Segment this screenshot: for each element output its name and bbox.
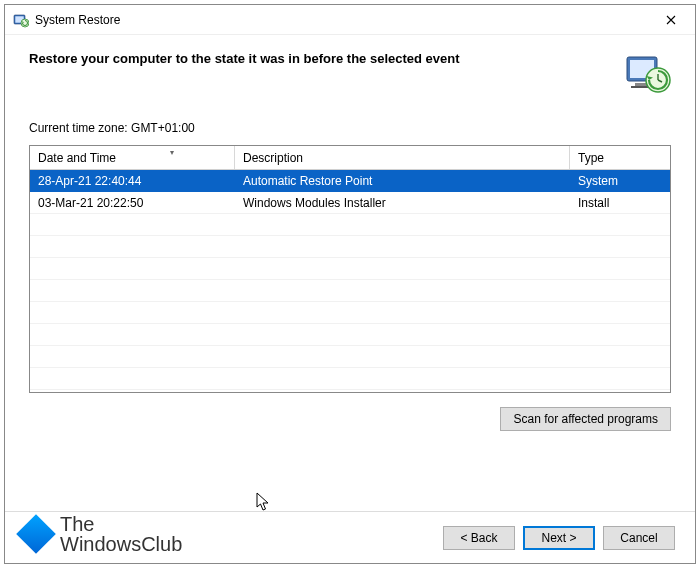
wizard-content: Current time zone: GMT+01:00 Date and Ti… bbox=[29, 111, 671, 511]
cell-description: Windows Modules Installer bbox=[235, 196, 570, 210]
column-date-label: Date and Time bbox=[38, 151, 116, 165]
wizard-header: Restore your computer to the state it wa… bbox=[5, 35, 695, 105]
cell-date: 03-Mar-21 20:22:50 bbox=[30, 196, 235, 210]
brand-text: The WindowsClub bbox=[60, 514, 182, 554]
column-desc-label: Description bbox=[243, 151, 303, 165]
wizard-heading: Restore your computer to the state it wa… bbox=[29, 49, 611, 66]
column-type-label: Type bbox=[578, 151, 604, 165]
brand-line2: WindowsClub bbox=[60, 534, 182, 554]
cell-type: Install bbox=[570, 196, 670, 210]
sort-indicator-icon: ▾ bbox=[170, 148, 174, 157]
column-type[interactable]: Type bbox=[570, 146, 670, 169]
table-row[interactable]: 28-Apr-21 22:40:44Automatic Restore Poin… bbox=[30, 170, 670, 192]
cell-description: Automatic Restore Point bbox=[235, 174, 570, 188]
brand-logo-icon bbox=[16, 514, 56, 554]
next-button[interactable]: Next > bbox=[523, 526, 595, 550]
cancel-button[interactable]: Cancel bbox=[603, 526, 675, 550]
system-restore-icon bbox=[13, 12, 29, 28]
brand-line1: The bbox=[60, 514, 182, 534]
system-restore-large-icon bbox=[623, 49, 671, 97]
column-date[interactable]: Date and Time ▾ bbox=[30, 146, 235, 169]
watermark-brand: The WindowsClub bbox=[22, 514, 182, 554]
scan-affected-programs-button[interactable]: Scan for affected programs bbox=[500, 407, 671, 431]
cell-date: 28-Apr-21 22:40:44 bbox=[30, 174, 235, 188]
system-restore-window: System Restore Restore your computer to … bbox=[4, 4, 696, 564]
restore-points-table[interactable]: Date and Time ▾ Description Type 28-Apr-… bbox=[29, 145, 671, 393]
table-header[interactable]: Date and Time ▾ Description Type bbox=[30, 146, 670, 170]
timezone-label: Current time zone: GMT+01:00 bbox=[29, 121, 671, 135]
column-description[interactable]: Description bbox=[235, 146, 570, 169]
table-body: 28-Apr-21 22:40:44Automatic Restore Poin… bbox=[30, 170, 670, 392]
cell-type: System bbox=[570, 174, 670, 188]
table-row[interactable]: 03-Mar-21 20:22:50Windows Modules Instal… bbox=[30, 192, 670, 214]
back-button[interactable]: < Back bbox=[443, 526, 515, 550]
titlebar: System Restore bbox=[5, 5, 695, 35]
window-title: System Restore bbox=[35, 13, 649, 27]
close-button[interactable] bbox=[649, 6, 693, 34]
